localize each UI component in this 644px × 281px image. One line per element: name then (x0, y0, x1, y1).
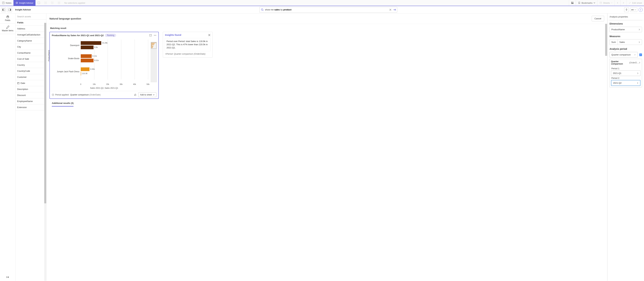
field-item[interactable]: AverageCallSatisfaction (16, 32, 46, 38)
field-item[interactable]: Customer (16, 74, 46, 80)
language-selector[interactable]: en (630, 7, 637, 12)
thumbs-button[interactable] (134, 93, 136, 96)
clear-search-button[interactable] (389, 9, 392, 11)
prev-sheet-button[interactable] (614, 0, 620, 6)
leftnav-fields[interactable]: Fields (0, 13, 15, 24)
period-checkbox[interactable]: ✓ (639, 53, 642, 56)
fields-search-input[interactable]: Search assets (16, 13, 46, 20)
chart-minimap[interactable] (151, 42, 157, 82)
field-item[interactable]: Description (16, 86, 46, 92)
right-panel-toggle[interactable] (8, 7, 12, 12)
edit-sheet-button[interactable]: Edit sheet (626, 0, 644, 6)
period-detail-row[interactable]: Quarter comparison (OrderD… (611, 60, 640, 65)
bar[interactable]: 8.11k (81, 54, 92, 58)
smart-select-button[interactable] (36, 0, 42, 6)
properties-title: Analysis properties (608, 13, 644, 20)
next-sheet-button[interactable] (620, 0, 626, 6)
matching-label: Matching result (50, 26, 604, 32)
chevron-right-icon (638, 28, 640, 30)
field-item[interactable]: CategoryName (16, 38, 46, 44)
period-applied-value: Quarter comparison (OrderDate) (70, 94, 100, 96)
clear-icon (58, 1, 60, 4)
chevron-left-icon (617, 2, 618, 4)
chevron-right-icon (637, 82, 638, 84)
insights-card: Insights found Period over Period: total… (163, 32, 212, 58)
add-to-sheet-button[interactable]: Add to sheet (138, 92, 156, 97)
period-type-select[interactable]: Quarter comparison (610, 52, 638, 57)
x-axis-label: Sales 2021-Q2, Sales 2021-Q1 (52, 86, 157, 89)
fields-panel: Search assets Fields AddressAverageCallS… (16, 13, 46, 281)
period1-select[interactable]: 2021-Q1 (611, 70, 640, 76)
field-item[interactable]: Address (16, 26, 46, 32)
additional-results: Additional results (3) (50, 99, 604, 108)
svg-point-37 (154, 35, 154, 36)
x-tick: 20k (106, 83, 109, 85)
notes-button[interactable]: Notes (0, 0, 14, 6)
search-input[interactable]: show me sales by product (259, 7, 397, 12)
additional-results-tab[interactable]: Additional results (3) (52, 102, 74, 107)
clock-icon (52, 94, 54, 96)
bar[interactable]: 110.38 (81, 72, 81, 75)
grid-button[interactable] (569, 0, 576, 6)
field-item[interactable]: City (16, 44, 46, 50)
leftnav-master-items[interactable]: Master items (0, 24, 15, 34)
field-item[interactable]: Discount (16, 92, 46, 98)
bar[interactable]: 9.51k (81, 59, 94, 62)
svg-rect-12 (572, 2, 573, 2)
bar[interactable]: 15.28k (81, 41, 101, 45)
field-item[interactable]: Cost of Sale (16, 56, 46, 62)
left-panel-toggle[interactable] (1, 7, 6, 12)
bookmarks-button[interactable]: Bookmarks (576, 0, 597, 6)
chart-body[interactable]: ProductName Davenport15.28k9.5kSnake Boo… (50, 38, 158, 91)
cancel-button[interactable]: Cancel (592, 16, 604, 21)
bar-value-label: 9.5k (94, 46, 98, 48)
fields-scrollbar[interactable] (44, 23, 46, 281)
info-button[interactable]: i (638, 8, 643, 12)
more-button[interactable] (154, 34, 156, 36)
step-fwd-button[interactable] (49, 0, 56, 6)
insight-advisor-button[interactable]: Insight Advisor (14, 0, 36, 6)
field-item[interactable]: Extension (16, 104, 46, 110)
step-back-button[interactable] (42, 0, 49, 6)
field-item[interactable]: CountryCode (16, 68, 46, 74)
main-area: Fields Master items Search assets Fields… (0, 13, 644, 281)
pencil-icon (628, 1, 631, 4)
measure-pill[interactable]: Sum Sales (610, 39, 642, 45)
step-fwd-icon (51, 1, 54, 4)
field-item[interactable]: ContactName (16, 50, 46, 56)
dimension-pill[interactable]: ProductName (610, 27, 642, 32)
period2-select[interactable]: 2021-Q2 (611, 80, 640, 86)
close-insights-button[interactable] (208, 34, 210, 36)
svg-rect-36 (18, 83, 18, 83)
chevron-right-icon (623, 2, 624, 4)
expand-button[interactable] (149, 34, 152, 36)
svg-point-22 (261, 8, 263, 10)
bar[interactable]: 9.5k (81, 45, 94, 49)
field-item[interactable]: Date (16, 80, 46, 86)
bar[interactable]: 6.56k (81, 67, 90, 71)
fields-header: Fields (16, 20, 46, 26)
svg-point-38 (155, 35, 156, 36)
chart-card: ProductName by Sales for 2021-Q1 and 202… (50, 32, 159, 99)
y-axis-label: ProductName (48, 50, 50, 61)
no-selections-label: No selections applied (62, 0, 87, 6)
sheets-button[interactable]: Sheets (597, 0, 614, 6)
x-tick: 0 (80, 83, 81, 85)
insight-note: >Period: Quarter comparison (OrderDate) (163, 51, 212, 57)
voice-button[interactable] (624, 7, 629, 12)
bookmark-icon (578, 1, 580, 4)
center-scrollbar[interactable] (605, 24, 607, 178)
chevron-down-icon (611, 2, 612, 4)
clear-selections-button[interactable] (56, 0, 62, 6)
collapse-button[interactable] (4, 274, 12, 281)
properties-panel: Analysis properties Dimensions ProductNa… (607, 13, 644, 281)
insights-title: Insights found (165, 34, 181, 36)
x-tick: 10k (93, 83, 96, 85)
insight-text: Period over Period: total Sales is 116.9… (165, 38, 211, 51)
submit-search-button[interactable] (393, 8, 396, 11)
field-item[interactable]: EmployeeName (16, 98, 46, 104)
category-label: Davenport (52, 44, 80, 46)
chevron-right-icon (638, 41, 640, 43)
insight-label: Insight Advisor (19, 2, 34, 4)
field-item[interactable]: Country (16, 62, 46, 68)
